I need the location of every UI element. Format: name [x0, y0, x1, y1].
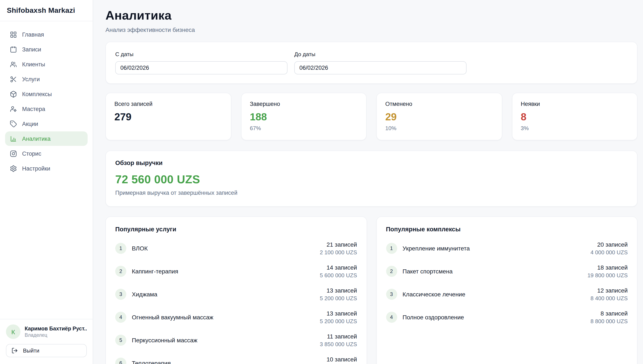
records-amount: 5 600 000 UZS: [320, 272, 357, 278]
page-subtitle: Анализ эффективности бизнеса: [106, 26, 638, 33]
records-amount: 8 400 000 UZS: [590, 295, 628, 302]
list-item: 1 Укрепление иммунитета 20 записей 4 000…: [386, 237, 628, 260]
gear-icon: [10, 165, 17, 172]
records-count: 10 записей: [326, 356, 357, 363]
records-amount: 19 800 000 UZS: [588, 272, 628, 278]
date-to-input[interactable]: [294, 61, 466, 74]
user-row: К Каримов Бахтиёр Руст... Владелец: [6, 324, 87, 339]
list-item: 1 ВЛОК 21 записей 2 100 000 UZS: [115, 237, 357, 260]
records-count: 8 записей: [600, 310, 628, 317]
stat-label: Всего записей: [114, 101, 222, 107]
records-amount: 2 100 000 UZS: [320, 249, 357, 256]
stat-value: 279: [114, 111, 222, 123]
stat-card-total: Всего записей 279: [106, 93, 231, 140]
sidebar-item-stories[interactable]: Сторис: [5, 146, 88, 161]
popular-complexes-title: Популярные комплексы: [386, 226, 628, 232]
rank-badge: 1: [115, 243, 126, 254]
date-to-label: До даты: [294, 51, 466, 58]
records-count: 14 записей: [326, 264, 357, 271]
records-count: 13 записей: [326, 287, 357, 294]
rank-badge: 4: [115, 312, 126, 323]
sidebar-item-masters[interactable]: Мастера: [5, 102, 88, 116]
popular-complexes-list: 1 Укрепление иммунитета 20 записей 4 000…: [386, 237, 628, 329]
avatar: К: [6, 324, 20, 339]
item-name: Каппинг-терапия: [132, 268, 178, 275]
list-item: 6 Теплотерапия 10 записей 500 000 UZS: [115, 352, 357, 364]
sidebar-user-area: К Каримов Бахтиёр Руст... Владелец Выйти: [0, 319, 93, 364]
page-title: Аналитика: [106, 8, 638, 22]
stat-value: 8: [521, 111, 628, 123]
logout-icon: [12, 348, 18, 354]
revenue-caption: Примерная выручка от завершённых записей: [115, 190, 628, 196]
revenue-title: Обзор выручки: [115, 160, 628, 166]
sidebar-item-home[interactable]: Главная: [5, 27, 88, 42]
popular-services-title: Популярные услуги: [115, 226, 357, 232]
camera-icon: [10, 150, 17, 157]
bar-chart-icon: [10, 135, 17, 142]
stat-label: Неявки: [521, 101, 628, 107]
rank-badge: 1: [386, 243, 397, 254]
rank-badge: 3: [386, 289, 397, 300]
stat-card-noshow: Неявки 8 3%: [512, 93, 638, 140]
popular-lists-row: Популярные услуги 1 ВЛОК 21 записей 2 10…: [106, 216, 638, 364]
list-item: 2 Пакет спортсмена 18 записей 19 800 000…: [386, 260, 628, 283]
item-name: Классическое лечение: [402, 291, 465, 298]
main-content: Аналитика Анализ эффективности бизнеса С…: [93, 0, 643, 364]
app-window: Shifobaxsh Markazi Главная Записи Клиент…: [0, 0, 643, 364]
sidebar-item-records[interactable]: Записи: [5, 42, 88, 56]
rank-badge: 6: [115, 358, 126, 364]
rank-badge: 2: [386, 266, 397, 277]
stat-label: Отменено: [385, 101, 493, 107]
popular-services-list: 1 ВЛОК 21 записей 2 100 000 UZS 2 Каппин…: [115, 237, 357, 364]
item-name: Огненный вакуумный массаж: [132, 314, 213, 321]
records-count: 21 записей: [326, 241, 357, 248]
date-from-label: С даты: [115, 51, 288, 58]
stat-label: Завершено: [250, 101, 358, 107]
stat-percent: 67%: [250, 125, 358, 132]
package-icon: [10, 90, 17, 98]
sidebar-item-complexes[interactable]: Комплексы: [5, 87, 88, 101]
item-name: Перкуссионный массаж: [132, 337, 197, 344]
tag-icon: [10, 120, 17, 127]
rank-badge: 4: [386, 312, 397, 323]
records-amount: 4 000 000 UZS: [590, 249, 628, 256]
item-name: Хиджама: [132, 291, 157, 298]
popular-complexes-card: Популярные комплексы 1 Укрепление иммуни…: [376, 216, 638, 364]
stat-value: 29: [385, 111, 493, 123]
records-count: 13 записей: [326, 310, 357, 317]
user-name: Каримов Бахтиёр Руст...: [25, 326, 87, 332]
date-filter-card: С даты До даты: [106, 42, 638, 84]
logo-area: Shifobaxsh Markazi: [0, 0, 93, 21]
date-from-group: С даты: [115, 51, 288, 74]
item-name: Теплотерапия: [132, 360, 171, 364]
logout-label: Выйти: [23, 348, 39, 354]
list-item: 3 Классическое лечение 12 записей 8 400 …: [386, 283, 628, 306]
item-name: ВЛОК: [132, 245, 148, 252]
sidebar-item-analytics[interactable]: Аналитика: [5, 132, 88, 146]
revenue-card: Обзор выручки 72 560 000 UZS Примерная в…: [106, 150, 638, 207]
records-amount: 5 200 000 UZS: [320, 295, 357, 302]
records-amount: 8 800 000 UZS: [590, 318, 628, 324]
records-count: 18 записей: [597, 264, 628, 271]
scissors-icon: [10, 76, 17, 83]
sidebar-item-clients[interactable]: Клиенты: [5, 57, 88, 72]
list-item: 5 Перкуссионный массаж 11 записей 3 850 …: [115, 329, 357, 352]
rank-badge: 3: [115, 289, 126, 300]
records-count: 12 записей: [597, 287, 628, 294]
rank-badge: 2: [115, 266, 126, 277]
date-from-input[interactable]: [115, 61, 288, 74]
list-item: 2 Каппинг-терапия 14 записей 5 600 000 U…: [115, 260, 357, 283]
records-amount: 5 200 000 UZS: [320, 318, 357, 324]
users-icon: [10, 60, 17, 68]
app-logo-text: Shifobaxsh Markazi: [7, 6, 86, 15]
stats-row: Всего записей 279 Завершено 188 67% Отме…: [106, 93, 638, 140]
sidebar-item-promotions[interactable]: Акции: [5, 116, 88, 131]
item-name: Укрепление иммунитета: [402, 245, 470, 252]
logout-button[interactable]: Выйти: [6, 344, 87, 357]
sidebar-item-services[interactable]: Услуги: [5, 72, 88, 86]
list-item: 3 Хиджама 13 записей 5 200 000 UZS: [115, 283, 357, 306]
popular-services-card: Популярные услуги 1 ВЛОК 21 записей 2 10…: [106, 216, 367, 364]
sidebar-item-settings[interactable]: Настройки: [5, 161, 88, 176]
user-gear-icon: [10, 105, 17, 112]
dashboard-icon: [10, 31, 17, 38]
